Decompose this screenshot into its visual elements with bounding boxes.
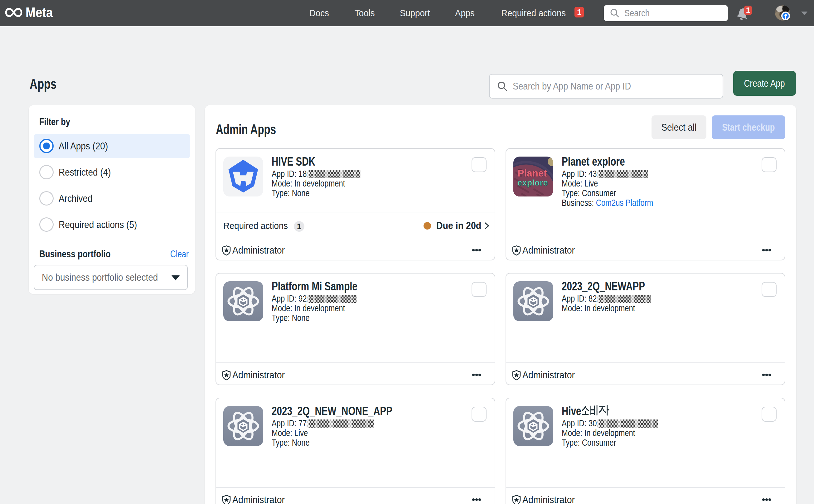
svg-text:Planet: Planet — [517, 168, 547, 179]
svg-text:explore: explore — [517, 178, 548, 187]
